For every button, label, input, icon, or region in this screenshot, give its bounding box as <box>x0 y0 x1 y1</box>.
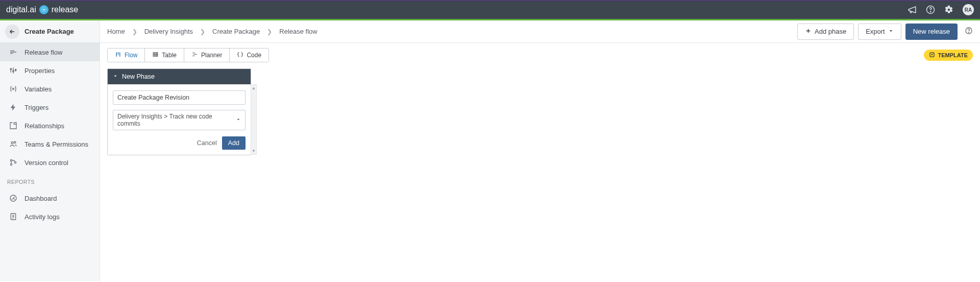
task-name-input[interactable] <box>113 90 246 105</box>
sidebar-item-label: Teams & Permissions <box>24 140 88 148</box>
svg-rect-15 <box>154 53 158 57</box>
export-label: Export <box>866 28 885 35</box>
sidebar-item-release-flow[interactable]: Release flow <box>0 43 100 61</box>
tab-table[interactable]: Table <box>145 49 184 62</box>
sidebar-item-version-control[interactable]: Version control <box>0 153 100 172</box>
code-icon <box>237 51 243 59</box>
avatar[interactable]: RA <box>963 4 974 15</box>
planner-icon <box>191 51 198 59</box>
sidebar: Create Package Release flow Properties V… <box>0 20 100 281</box>
sidebar-item-properties[interactable]: Properties <box>0 61 100 80</box>
view-tabs: Flow Table Planner <box>107 48 269 62</box>
dropdown-value: Delivery Insights > Track new code commi… <box>117 113 236 127</box>
flow-icon <box>115 51 121 59</box>
new-release-button[interactable]: New release <box>905 24 958 40</box>
sidebar-item-label: Version control <box>24 159 68 167</box>
brand[interactable]: digital.ai release <box>6 5 78 14</box>
breadcrumb-delivery-insights[interactable]: Delivery Insights <box>144 28 193 35</box>
sidebar-item-teams[interactable]: Teams & Permissions <box>0 135 100 153</box>
sidebar-item-label: Relationships <box>24 122 64 130</box>
sidebar-title: Create Package <box>24 28 74 35</box>
svg-point-0 <box>43 9 44 11</box>
sidebar-item-dashboard[interactable]: Dashboard <box>0 189 100 207</box>
sidebar-item-activity-logs[interactable]: Activity logs <box>0 207 100 226</box>
caret-down-icon <box>236 116 241 124</box>
add-phase-button[interactable]: Add phase <box>797 24 854 40</box>
sidebar-item-relationships[interactable]: Relationships <box>0 116 100 135</box>
add-button-label: Add <box>228 139 239 147</box>
add-phase-label: Add phase <box>815 28 846 35</box>
back-button[interactable] <box>5 25 19 39</box>
phase-scrollbar[interactable]: ▲ ▼ <box>251 84 257 155</box>
settings-icon[interactable] <box>944 5 953 14</box>
tab-planner[interactable]: Planner <box>184 49 230 62</box>
product-logo-icon <box>39 5 48 14</box>
brand-name-1: digital.ai <box>6 5 36 14</box>
task-type-dropdown[interactable]: Delivery Insights > Track new code commi… <box>113 110 246 130</box>
sidebar-section-reports: REPORTS <box>0 172 100 189</box>
svg-point-2 <box>930 11 930 12</box>
sidebar-item-variables[interactable]: Variables <box>0 80 100 98</box>
dashboard-icon <box>9 194 17 202</box>
sidebar-item-label: Dashboard <box>24 195 57 202</box>
svg-point-8 <box>10 159 12 161</box>
sidebar-item-label: Activity logs <box>24 213 60 221</box>
chevron-right-icon: ❯ <box>267 28 272 35</box>
properties-icon <box>9 66 17 75</box>
variables-icon <box>9 85 17 93</box>
sidebar-item-label: Release flow <box>24 49 62 56</box>
export-button[interactable]: Export <box>858 24 901 40</box>
phase-header-title: New Phase <box>122 73 155 80</box>
teams-icon <box>9 140 17 148</box>
tab-code-label: Code <box>247 52 261 59</box>
table-icon <box>152 51 159 59</box>
new-release-label: New release <box>913 28 950 35</box>
breadcrumb-create-package[interactable]: Create Package <box>212 28 260 35</box>
caret-down-icon <box>113 73 118 80</box>
main: Home ❯ Delivery Insights ❯ Create Packag… <box>100 20 980 281</box>
svg-point-10 <box>14 161 16 163</box>
sidebar-item-triggers[interactable]: Triggers <box>0 98 100 116</box>
svg-point-9 <box>10 163 12 165</box>
tab-code[interactable]: Code <box>230 49 268 62</box>
brand-name-2: release <box>52 5 78 14</box>
caret-down-icon <box>888 28 894 35</box>
version-control-icon <box>9 158 17 167</box>
svg-point-6 <box>11 142 13 144</box>
svg-point-7 <box>14 142 16 143</box>
release-flow-icon <box>9 48 17 56</box>
breadcrumb: Home ❯ Delivery Insights ❯ Create Packag… <box>107 28 317 35</box>
breadcrumb-current: Release flow <box>279 28 317 35</box>
add-button[interactable]: Add <box>222 136 246 150</box>
chevron-right-icon: ❯ <box>132 28 137 35</box>
tab-flow[interactable]: Flow <box>108 49 145 62</box>
plus-icon <box>805 28 812 36</box>
help-icon[interactable] <box>926 5 935 14</box>
sidebar-item-label: Properties <box>24 67 55 75</box>
svg-point-14 <box>968 32 969 33</box>
tab-planner-label: Planner <box>201 52 222 59</box>
cancel-button[interactable]: Cancel <box>197 139 217 147</box>
phase-card: New Phase Delivery Insights > Track new … <box>107 68 251 155</box>
top-bar: digital.ai release RA <box>0 0 980 19</box>
template-badge-label: TEMPLATE <box>938 52 968 58</box>
tab-flow-label: Flow <box>125 52 137 59</box>
chevron-right-icon: ❯ <box>200 28 205 35</box>
tab-table-label: Table <box>162 52 177 59</box>
template-icon <box>929 52 935 59</box>
breadcrumb-home[interactable]: Home <box>107 28 125 35</box>
sidebar-item-label: Variables <box>24 85 52 93</box>
scroll-up-icon: ▲ <box>251 85 257 91</box>
scroll-down-icon: ▼ <box>251 148 257 154</box>
triggers-icon <box>9 103 17 111</box>
template-badge: TEMPLATE <box>924 50 973 61</box>
relationships-icon <box>9 122 17 130</box>
announcement-icon[interactable] <box>908 5 917 14</box>
context-help-icon[interactable] <box>965 27 973 36</box>
sidebar-item-label: Triggers <box>24 104 48 111</box>
activity-logs-icon <box>9 213 17 221</box>
phase-header[interactable]: New Phase <box>108 69 251 84</box>
